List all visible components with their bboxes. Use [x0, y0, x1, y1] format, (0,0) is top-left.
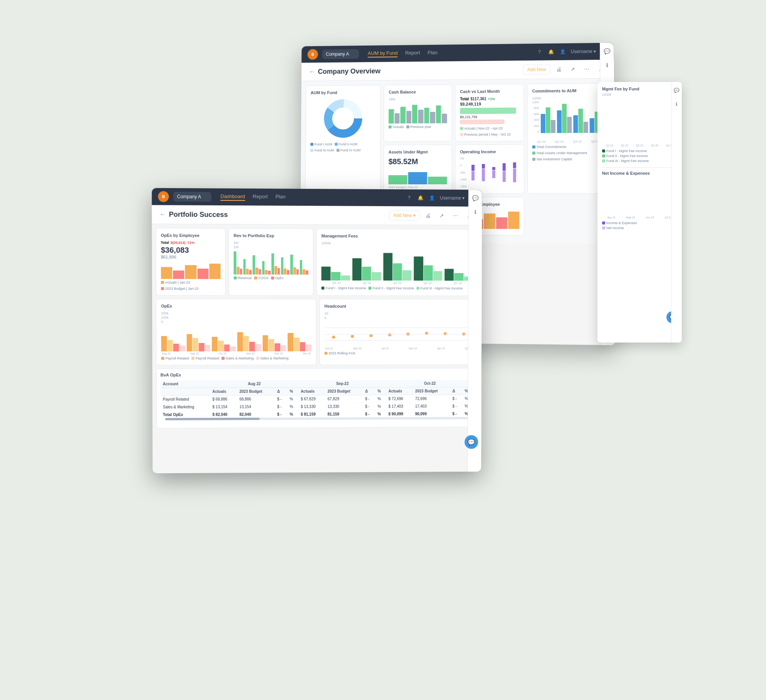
bva-title: BvA OpEx — [160, 372, 473, 377]
cash-balance-title: Cash Balance — [389, 89, 447, 94]
nav-links-front: Dashboard Report Plan — [220, 193, 401, 201]
info-sidebar-icon[interactable]: ℹ — [603, 61, 611, 69]
portfolio-success-title: Portfolio Success — [169, 210, 228, 219]
nav-dashboard-front[interactable]: Dashboard — [220, 193, 245, 200]
table-row: Sales & Marketing $ 13,154 13,154 $ - % … — [160, 402, 473, 411]
col-account: Account — [160, 380, 210, 388]
help-icon[interactable]: ? — [536, 48, 543, 55]
app-logo-front: B — [158, 191, 169, 202]
bva-opex-card: BvA OpEx Account Aug 22 Sep-22 Oct-22 — [156, 368, 478, 428]
company-selector[interactable]: Company A — [322, 49, 359, 59]
nav-plan-front[interactable]: Plan — [275, 193, 285, 201]
chat-sidebar-icon[interactable]: 💬 — [603, 47, 611, 55]
opex-card: OpEx 200k 100k 0 — [156, 298, 316, 365]
aum-title: AUM by Fund — [311, 90, 376, 95]
nav-right: ? 🔔 👤 Username ▾ ⚙ — [536, 48, 608, 55]
aum-legend: Fund I AUM Fund II AUM Fund III AUM Fund… — [310, 142, 376, 152]
rev-to-portfolio-card: Rev to Portfolio Exp 2M 1M — [229, 228, 313, 295]
aum-value: $85.52M — [388, 157, 447, 166]
cash-vs-last-month-card: Cash vs Last Month Total $117,361 +1% $9… — [455, 84, 524, 141]
headcount-title: Headcount — [324, 303, 473, 308]
assets-under-mgmt-card: Assets Under Mgmt $85.52M 2023 Budget | … — [383, 144, 452, 194]
more-options-icon-front[interactable]: ⋯ — [450, 210, 461, 221]
col-sep22: Sep-22 — [298, 380, 386, 387]
aum-donut-chart — [322, 97, 364, 139]
management-fees-card: Management Fees 1000k — [316, 228, 478, 296]
add-new-button-front[interactable]: Add New ▾ — [389, 210, 420, 220]
nav-right-front: ? 🔔 👤 Username ▾ ⚙ — [406, 194, 476, 202]
app-logo: B — [308, 49, 318, 60]
aum-value-title: Assets Under Mgmt — [388, 149, 447, 154]
right-extended-panel: Mgmt Fee by Fund 1000k — [597, 82, 682, 343]
aum-by-fund-card: AUM by Fund Fund I AUM Fund II AUM Fund … — [305, 85, 381, 193]
notification-icon-front[interactable]: 🔔 — [417, 194, 424, 201]
chat-icon-extended[interactable]: 💬 — [673, 87, 681, 94]
nav-links: AUM by Fund Report Plan — [368, 48, 531, 57]
page-title-front: ← Portfolio Success — [160, 210, 228, 218]
page-title-back: ← Company Overview — [309, 67, 381, 75]
nav-report-front[interactable]: Report — [253, 193, 268, 200]
page-header-back: ← Company Overview Add New 🖨 ↗ ⋯ ∧ — [301, 59, 614, 81]
header-actions-front: Add New ▾ 🖨 ↗ ⋯ ∧ — [389, 210, 475, 221]
nav-plan[interactable]: Plan — [427, 49, 437, 57]
bva-table: Account Aug 22 Sep-22 Oct-22 Actuals 202… — [160, 380, 473, 419]
col-oct22: Oct-22 — [386, 380, 473, 387]
notification-icon[interactable]: 🔔 — [548, 48, 555, 55]
more-options-icon[interactable]: ⋯ — [581, 64, 593, 74]
header-actions-back: Add New 🖨 ↗ ⋯ ∧ — [523, 63, 606, 75]
op-income-title: Operating Income — [460, 149, 519, 154]
back-arrow[interactable]: ← — [309, 68, 315, 75]
portfolio-main-content: OpEx by Employee Total $(25,813) -72% $3… — [152, 224, 482, 473]
company-overview-title: Company Overview — [318, 67, 381, 75]
user-icon[interactable]: 👤 — [559, 48, 566, 55]
right-sidebar-extended: 💬 ℹ — [671, 82, 682, 343]
share-icon[interactable]: ↗ — [567, 64, 578, 74]
cvlm-title: Cash vs Last Month — [460, 89, 519, 93]
user-icon-front[interactable]: 👤 — [429, 194, 435, 201]
right-sidebar-front: 💬 ℹ — [468, 224, 482, 471]
nav-dashboard[interactable]: AUM by Fund — [368, 50, 398, 57]
col-aug22: Aug 22 — [210, 380, 298, 387]
cash-balance-card: Cash Balance 18M — [384, 84, 452, 142]
username-label: Username ▾ — [571, 49, 596, 54]
company-selector-front[interactable]: Company A — [173, 192, 211, 202]
nav-report[interactable]: Report — [405, 49, 420, 57]
chat-button-front[interactable]: 💬 — [465, 435, 478, 449]
opex-by-employee-card: OpEx by Employee Total $(25,813) -72% $3… — [156, 228, 226, 295]
portfolio-success-window: B Company A Dashboard Report Plan ? 🔔 👤 … — [152, 188, 482, 473]
navbar-back: B Company A AUM by Fund Report Plan ? 🔔 … — [301, 43, 614, 62]
rtp-title: Rev to Portfolio Exp — [234, 233, 308, 238]
obe-title: OpEx by Employee — [161, 233, 221, 238]
opex-chart-title: OpEx — [161, 303, 311, 308]
print-icon-front[interactable]: 🖨 — [422, 210, 433, 221]
help-icon-front[interactable]: ? — [406, 194, 412, 201]
table-row: Payroll Related $ 68,886 68,886 $ - % $ … — [160, 395, 473, 403]
headcount-card: Headcount 10 0 — [319, 298, 478, 365]
page-header-front: ← Portfolio Success Add New ▾ 🖨 ↗ ⋯ ∧ — [152, 205, 482, 225]
navbar-front: B Company A Dashboard Report Plan ? 🔔 👤 … — [152, 188, 482, 207]
print-icon[interactable]: 🖨 — [553, 64, 564, 74]
cta-title: Commitments to AUM — [532, 88, 604, 93]
info-icon-extended[interactable]: ℹ — [673, 100, 681, 108]
svg-point-4 — [332, 108, 354, 129]
username-label-front: Username ▾ — [440, 195, 465, 200]
back-arrow-front[interactable]: ← — [160, 211, 166, 218]
share-icon-front[interactable]: ↗ — [436, 210, 447, 221]
add-new-button-back[interactable]: Add New — [523, 64, 550, 75]
mgmt-fees-title: Management Fees — [321, 233, 473, 238]
operating-income-card: Operating Income 50k0-50k-100k-150k — [455, 144, 524, 193]
